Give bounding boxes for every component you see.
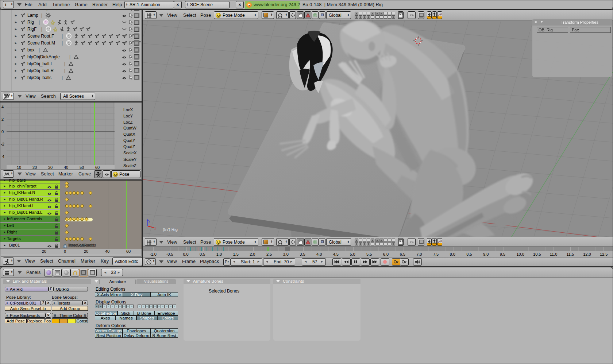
svg-text:(57) Rig: (57) Rig bbox=[163, 227, 178, 232]
svg-text:x: x bbox=[154, 226, 156, 230]
svg-text:z: z bbox=[149, 220, 150, 223]
